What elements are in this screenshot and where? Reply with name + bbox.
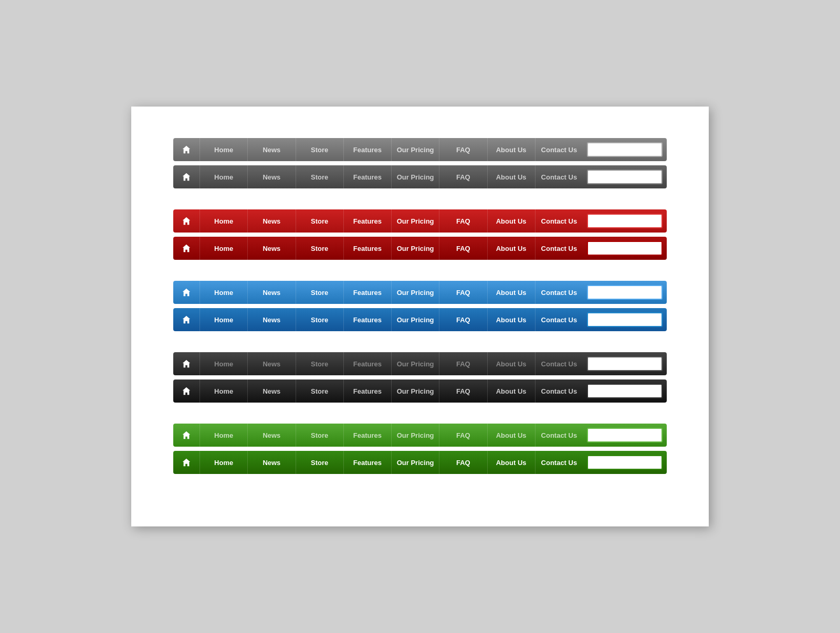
nav-item-our-pricing[interactable]: Our Pricing [391,451,439,474]
home-icon-cell[interactable] [173,281,200,304]
nav-item-features[interactable]: Features [343,451,391,474]
nav-item-news[interactable]: News [247,451,295,474]
nav-item-store[interactable]: Store [296,379,343,403]
nav-item-news[interactable]: News [247,138,295,161]
nav-item-features[interactable]: Features [343,308,391,331]
nav-item-faq[interactable]: FAQ [439,352,487,375]
nav-item-our-pricing[interactable]: Our Pricing [391,424,439,447]
nav-item-home[interactable]: Home [200,424,247,447]
nav-item-about-us[interactable]: About Us [487,424,535,447]
nav-item-news[interactable]: News [247,237,295,260]
home-icon-cell[interactable] [173,165,200,188]
nav-item-store[interactable]: Store [296,138,343,161]
nav-item-faq[interactable]: FAQ [439,379,487,403]
nav-item-contact-us[interactable]: Contact Us [535,209,583,233]
nav-item-our-pricing[interactable]: Our Pricing [391,138,439,161]
search-input[interactable] [587,241,663,256]
home-icon-cell[interactable] [173,451,200,474]
nav-item-contact-us[interactable]: Contact Us [535,165,583,188]
home-icon-cell[interactable] [173,308,200,331]
search-input[interactable] [587,142,663,157]
nav-item-about-us[interactable]: About Us [487,281,535,304]
home-icon-cell[interactable] [173,424,200,447]
nav-item-home[interactable]: Home [200,281,247,304]
search-input[interactable] [587,455,663,470]
nav-item-home[interactable]: Home [200,138,247,161]
nav-item-news[interactable]: News [247,281,295,304]
nav-item-faq[interactable]: FAQ [439,281,487,304]
nav-item-store[interactable]: Store [296,451,343,474]
search-input[interactable] [587,214,663,228]
nav-item-contact-us[interactable]: Contact Us [535,237,583,260]
nav-item-features[interactable]: Features [343,138,391,161]
search-input[interactable] [587,356,663,371]
nav-item-faq[interactable]: FAQ [439,138,487,161]
nav-item-faq[interactable]: FAQ [439,424,487,447]
nav-item-our-pricing[interactable]: Our Pricing [391,209,439,233]
search-input[interactable] [587,384,663,398]
nav-item-home[interactable]: Home [200,352,247,375]
nav-item-features[interactable]: Features [343,379,391,403]
nav-item-our-pricing[interactable]: Our Pricing [391,379,439,403]
nav-item-store[interactable]: Store [296,237,343,260]
nav-item-home[interactable]: Home [200,209,247,233]
nav-item-faq[interactable]: FAQ [439,451,487,474]
home-icon-cell[interactable] [173,138,200,161]
nav-item-our-pricing[interactable]: Our Pricing [391,352,439,375]
nav-item-features[interactable]: Features [343,281,391,304]
nav-item-contact-us[interactable]: Contact Us [535,138,583,161]
nav-item-contact-us[interactable]: Contact Us [535,451,583,474]
nav-item-about-us[interactable]: About Us [487,209,535,233]
nav-item-features[interactable]: Features [343,352,391,375]
nav-item-about-us[interactable]: About Us [487,352,535,375]
search-input[interactable] [587,170,663,184]
nav-item-faq[interactable]: FAQ [439,209,487,233]
nav-item-news[interactable]: News [247,209,295,233]
nav-item-about-us[interactable]: About Us [487,308,535,331]
nav-item-features[interactable]: Features [343,424,391,447]
nav-item-store[interactable]: Store [296,308,343,331]
nav-item-home[interactable]: Home [200,165,247,188]
nav-item-about-us[interactable]: About Us [487,138,535,161]
nav-item-our-pricing[interactable]: Our Pricing [391,165,439,188]
nav-item-faq[interactable]: FAQ [439,237,487,260]
home-icon-cell[interactable] [173,352,200,375]
nav-item-contact-us[interactable]: Contact Us [535,308,583,331]
nav-item-home[interactable]: Home [200,237,247,260]
nav-item-about-us[interactable]: About Us [487,379,535,403]
nav-item-news[interactable]: News [247,165,295,188]
nav-item-faq[interactable]: FAQ [439,308,487,331]
nav-item-features[interactable]: Features [343,165,391,188]
nav-item-store[interactable]: Store [296,281,343,304]
nav-item-our-pricing[interactable]: Our Pricing [391,281,439,304]
nav-item-contact-us[interactable]: Contact Us [535,352,583,375]
home-icon-cell[interactable] [173,379,200,403]
nav-item-store[interactable]: Store [296,209,343,233]
nav-item-features[interactable]: Features [343,237,391,260]
nav-item-store[interactable]: Store [296,352,343,375]
home-icon-cell[interactable] [173,209,200,233]
nav-item-news[interactable]: News [247,379,295,403]
nav-item-news[interactable]: News [247,352,295,375]
nav-item-about-us[interactable]: About Us [487,451,535,474]
nav-item-home[interactable]: Home [200,379,247,403]
nav-item-contact-us[interactable]: Contact Us [535,424,583,447]
search-input[interactable] [587,428,663,442]
nav-item-about-us[interactable]: About Us [487,165,535,188]
nav-item-our-pricing[interactable]: Our Pricing [391,237,439,260]
nav-item-news[interactable]: News [247,308,295,331]
home-icon-cell[interactable] [173,237,200,260]
nav-item-features[interactable]: Features [343,209,391,233]
search-input[interactable] [587,285,663,300]
nav-item-home[interactable]: Home [200,451,247,474]
nav-item-store[interactable]: Store [296,424,343,447]
nav-item-store[interactable]: Store [296,165,343,188]
nav-item-contact-us[interactable]: Contact Us [535,379,583,403]
nav-item-our-pricing[interactable]: Our Pricing [391,308,439,331]
nav-item-about-us[interactable]: About Us [487,237,535,260]
search-input[interactable] [587,312,663,327]
nav-item-contact-us[interactable]: Contact Us [535,281,583,304]
nav-item-faq[interactable]: FAQ [439,165,487,188]
nav-item-news[interactable]: News [247,424,295,447]
nav-item-home[interactable]: Home [200,308,247,331]
